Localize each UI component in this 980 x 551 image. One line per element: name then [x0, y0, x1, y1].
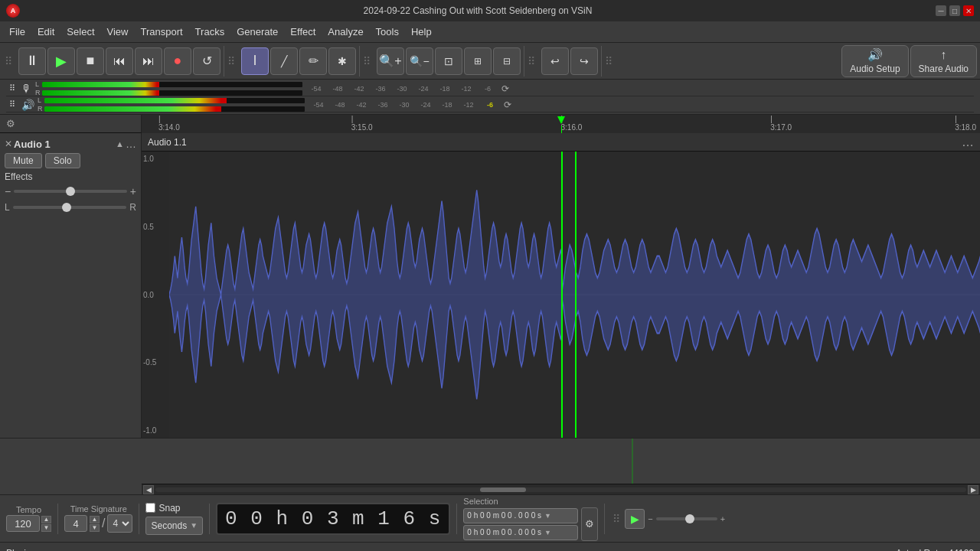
track-row: ✕ Audio 1 ▲ … Mute Solo Effects − +: [0, 133, 980, 438]
menu-transport[interactable]: Transport: [134, 23, 188, 41]
share-audio-button[interactable]: ↑ Share Audio: [910, 45, 977, 77]
mute-button[interactable]: Mute: [5, 153, 42, 168]
menu-select[interactable]: Select: [60, 23, 100, 41]
menu-generate[interactable]: Generate: [230, 23, 284, 41]
seconds-dropdown[interactable]: Seconds ▼: [145, 517, 203, 535]
ruler-spacer: ⚙: [0, 115, 142, 133]
waveform-menu-button[interactable]: …: [962, 135, 974, 149]
ts-denominator-select[interactable]: 4 8 2: [107, 514, 132, 533]
redo-button[interactable]: ↪: [570, 47, 598, 75]
scroll-track[interactable]: [155, 487, 966, 492]
window-controls: ─ □ ✕: [936, 5, 974, 16]
skip-back-button[interactable]: ⏮: [106, 47, 133, 75]
multi-tool-button[interactable]: ✱: [328, 47, 356, 75]
divider-4: [456, 504, 457, 534]
play-button[interactable]: ▶: [47, 47, 75, 75]
tempo-input[interactable]: [6, 515, 40, 532]
y-axis-labels: 1.0 0.5 0.0 -0.5 -1.0: [142, 152, 169, 438]
sel-end-value: 0 h 0 0 m 0 0 . 0 0 0 s: [467, 528, 541, 536]
settings-icon[interactable]: ⚙: [6, 118, 15, 129]
zoom-out-button[interactable]: 🔍−: [406, 47, 433, 75]
selection-gear-button[interactable]: ⚙: [581, 507, 598, 541]
selection-rows: 0 h 0 0 m 0 0 . 0 0 0 s ▼ 0 h 0 0 m 0 0 …: [463, 507, 598, 541]
track-fold-button[interactable]: ▲: [116, 139, 124, 148]
tools-group: I ╱ ✏ ✱: [238, 46, 360, 77]
select-tool-button[interactable]: I: [241, 47, 269, 75]
divider-3: [209, 504, 210, 534]
scroll-thumb[interactable]: [480, 487, 526, 492]
close-button[interactable]: ✕: [963, 5, 974, 16]
tempo-up-button[interactable]: ▲: [41, 516, 51, 523]
gain-thumb[interactable]: [66, 187, 75, 196]
undo-button[interactable]: ↩: [541, 47, 569, 75]
scroll-left-button[interactable]: ◀: [143, 485, 154, 494]
sel-end-dropdown-icon: ▼: [544, 529, 551, 536]
ts-spinners: ▲ ▼: [90, 516, 100, 532]
gain-minus-button[interactable]: −: [5, 185, 11, 197]
menu-help[interactable]: Help: [405, 23, 438, 41]
zoom-fit-button[interactable]: ⊡: [435, 47, 462, 75]
bottom-toolbar: Tempo ▲ ▼ Time Signature ▲ ▼ / 4 8 2: [0, 494, 980, 542]
audio-setup-button[interactable]: 🔊 Audio Setup: [841, 45, 908, 77]
tempo-down-button[interactable]: ▼: [41, 524, 51, 532]
menu-analyze[interactable]: Analyze: [322, 23, 369, 41]
menu-file[interactable]: File: [3, 23, 31, 41]
output-lr-bars: L R: [38, 96, 305, 112]
track-close-button[interactable]: ✕: [5, 139, 12, 149]
input-r-bar: [42, 90, 302, 96]
output-l-bar: [44, 98, 305, 103]
input-l-fill: [42, 82, 159, 87]
draw-tool-button[interactable]: ✏: [299, 47, 327, 75]
share-icon: ↑: [940, 48, 946, 62]
menu-effect[interactable]: Effect: [284, 23, 322, 41]
pan-slider[interactable]: [13, 206, 127, 209]
minimize-button[interactable]: ─: [936, 5, 946, 16]
loop-button[interactable]: ↺: [193, 47, 220, 75]
app-icon: A: [6, 4, 20, 18]
menu-edit[interactable]: Edit: [31, 23, 60, 41]
ts-num-down-button[interactable]: ▼: [90, 524, 100, 532]
stop-button[interactable]: ■: [77, 47, 104, 75]
solo-button[interactable]: Solo: [45, 153, 80, 168]
gain-slider[interactable]: [14, 190, 127, 193]
selection-start[interactable]: 0 h 0 0 m 0 0 . 0 0 0 s ▼: [463, 508, 578, 523]
skip-fwd-button[interactable]: ⏭: [135, 47, 162, 75]
menu-tools[interactable]: Tools: [370, 23, 405, 41]
volume-minus-icon: −: [648, 514, 652, 523]
waveform-svg-left: [169, 152, 575, 438]
playhead-vertical-line: [575, 152, 577, 438]
zoom-in-button[interactable]: 🔍+: [377, 47, 404, 75]
effects-label[interactable]: Effects: [5, 171, 136, 182]
ts-num-up-button[interactable]: ▲: [90, 516, 100, 523]
pan-thumb[interactable]: [62, 203, 71, 212]
toolbar-handle-2: ⠿: [226, 54, 237, 69]
menu-view[interactable]: View: [101, 23, 135, 41]
track-controls-panel: ✕ Audio 1 ▲ … Mute Solo Effects − +: [0, 133, 142, 438]
ts-numerator-input[interactable]: [64, 515, 87, 532]
record-button[interactable]: ●: [164, 47, 191, 75]
vu-scale-output: -54 -48 -42 -36 -30 -24 -18 -12 -6: [308, 101, 501, 109]
input-vu-row: ⠿ 🎙 L R -54 -48 -42 -36 -30 -24 -18: [6, 81, 974, 96]
menu-tracks[interactable]: Tracks: [189, 23, 231, 41]
ruler-content: 3:14.0 3:15.0 3:16.0 3:17.0 3:18.0: [142, 115, 980, 133]
drag-handle-input: ⠿: [9, 83, 18, 93]
track-more-button[interactable]: …: [126, 138, 136, 150]
volume-slider[interactable]: [656, 517, 717, 520]
gain-plus-button[interactable]: +: [130, 185, 136, 197]
input-r-fill: [42, 90, 159, 96]
envelope-tool-button[interactable]: ╱: [270, 47, 298, 75]
selection-end[interactable]: 0 h 0 0 m 0 0 . 0 0 0 s ▼: [463, 525, 578, 540]
pause-button[interactable]: ⏸: [18, 47, 46, 75]
zoom-full-button[interactable]: ⊟: [493, 47, 521, 75]
zoom-sel-button[interactable]: ⊞: [464, 47, 492, 75]
snap-checkbox[interactable]: [145, 503, 155, 513]
ruler-row: ⚙ 3:14.0 3:15.0 3:16.0 3:17.0 3:18.0: [0, 115, 980, 133]
toolbar-handle-4: ⠿: [526, 54, 537, 69]
vu-meters: ⠿ 🎙 L R -54 -48 -42 -36 -30 -24 -18: [0, 80, 980, 115]
maximize-button[interactable]: □: [949, 5, 960, 16]
volume-thumb[interactable]: [685, 514, 694, 523]
playhead-extend: [632, 439, 633, 484]
tempo-input-row: ▲ ▼: [6, 515, 51, 532]
scroll-right-button[interactable]: ▶: [968, 485, 978, 494]
bottom-play-button[interactable]: ▶: [625, 509, 645, 529]
